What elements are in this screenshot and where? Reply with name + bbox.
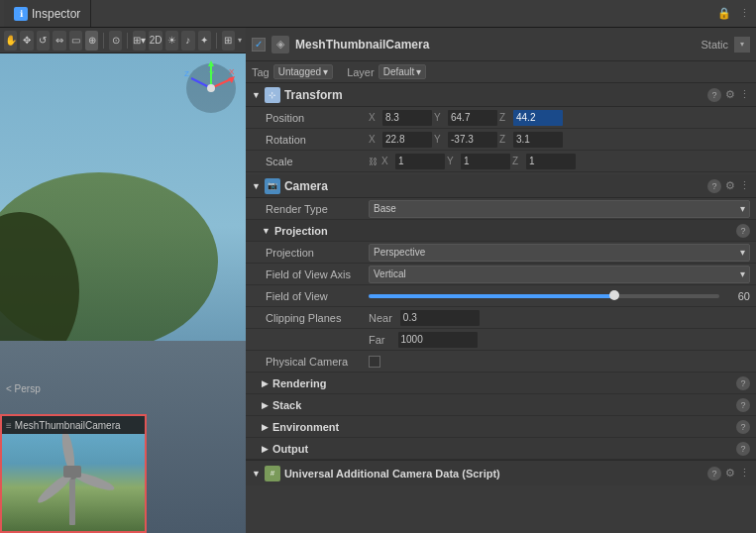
svg-text:Y: Y	[209, 69, 215, 78]
static-dropdown[interactable]: ▾	[734, 37, 750, 53]
pos-z-label: Z	[499, 112, 511, 123]
camera-preview: ≡ MeshThumbnailCamera	[0, 414, 147, 533]
scene-move-tool[interactable]: ✥	[20, 31, 33, 51]
camera-settings[interactable]: ⚙	[725, 179, 735, 193]
inspector-content: ✓ ◈ MeshThumbnailCamera Static ▾ Tag Unt…	[246, 28, 756, 533]
scene-gizmo-toggle[interactable]: ⊞	[222, 31, 235, 51]
scene-audio-toggle[interactable]: ♪	[181, 31, 194, 51]
scene-transform-tool[interactable]: ⊕	[85, 31, 98, 51]
lock-icon[interactable]: 🔒	[717, 7, 731, 20]
environment-help[interactable]: ?	[736, 420, 750, 434]
tag-chevron: ▾	[323, 66, 328, 77]
tag-dropdown[interactable]: Untagged ▾	[273, 64, 333, 79]
inspector-panel: ✓ ◈ MeshThumbnailCamera Static ▾ Tag Unt…	[246, 28, 756, 533]
scene-light-toggle[interactable]: ☀	[165, 31, 178, 51]
fov-slider-thumb[interactable]	[609, 290, 619, 300]
stack-row[interactable]: ▶ Stack ?	[246, 394, 756, 416]
scene-rotate-tool[interactable]: ↺	[37, 31, 50, 51]
scene-toolbar-separator3	[216, 33, 217, 49]
rot-x-input[interactable]	[382, 132, 432, 148]
fov-label: Field of View	[266, 290, 365, 302]
scene-scale-tool[interactable]: ⇔	[53, 31, 65, 51]
rendering-row[interactable]: ▶ Rendering ?	[246, 373, 756, 394]
universal-more[interactable]: ⋮	[739, 467, 750, 480]
scene-view: Y X Z < Persp ≡ MeshTh	[0, 53, 246, 533]
transform-settings[interactable]: ⚙	[725, 88, 735, 102]
tag-layer-row: Tag Untagged ▾ Layer Default ▾	[246, 61, 756, 83]
scene-fx-toggle[interactable]: ✦	[198, 31, 211, 51]
layer-chevron: ▾	[416, 66, 421, 77]
svg-text:X: X	[229, 67, 235, 76]
object-enabled-checkbox[interactable]: ✓	[252, 38, 266, 52]
output-row[interactable]: ▶ Output ?	[246, 438, 756, 460]
projection-value: Perspective	[374, 247, 425, 258]
inspector-tab[interactable]: ℹ Inspector	[4, 0, 91, 27]
tab-bar: ℹ Inspector 🔒 ⋮	[0, 0, 756, 28]
transform-title: Transform	[284, 88, 703, 102]
position-row: Position X Y Z	[246, 107, 756, 129]
scene-view-dropdown[interactable]: ⊞▾	[133, 31, 146, 51]
transform-header: ▼ ⊹ Transform ? ⚙ ⋮	[246, 83, 756, 107]
scene-view-dropdown-btn[interactable]: ▾	[238, 36, 242, 45]
scale-row: Scale ⛓ X Y Z	[246, 151, 756, 172]
projection-chevron: ▾	[740, 247, 745, 258]
camera-triangle[interactable]: ▼	[252, 181, 261, 191]
fov-slider-container: 60	[369, 290, 750, 302]
render-type-dropdown[interactable]: Base ▾	[369, 200, 750, 218]
position-values: X Y Z	[369, 110, 750, 126]
layer-value: Default	[383, 66, 415, 77]
universal-settings[interactable]: ⚙	[725, 467, 735, 480]
rot-y-input[interactable]	[448, 132, 497, 148]
rendering-label: Rendering	[272, 377, 732, 389]
transform-more[interactable]: ⋮	[739, 88, 750, 102]
fov-slider-track[interactable]	[369, 294, 719, 298]
camera-preview-name: MeshThumbnailCamera	[15, 420, 121, 431]
near-input[interactable]	[400, 310, 480, 326]
fov-axis-dropdown[interactable]: Vertical ▾	[369, 266, 750, 283]
pos-y-input[interactable]	[448, 110, 497, 126]
near-label: Near	[369, 312, 392, 324]
pos-x-input[interactable]	[382, 110, 432, 126]
environment-row[interactable]: ▶ Environment ?	[246, 416, 756, 438]
projection-dropdown[interactable]: Perspective ▾	[369, 244, 750, 262]
universal-triangle[interactable]: ▼	[252, 469, 261, 479]
layer-dropdown[interactable]: Default ▾	[378, 64, 427, 79]
fov-axis-value: Vertical	[374, 268, 406, 279]
scene-hand-tool[interactable]: ✋	[4, 31, 17, 51]
scene-panel: ✋ ✥ ↺ ⇔ ▭ ⊕ ⊙ ⊞▾ 2D ☀ ♪ ✦ ⊞ ▾	[0, 28, 246, 533]
scale-z-input[interactable]	[526, 154, 576, 169]
persp-label: < Persp	[6, 383, 41, 394]
clipping-near-row: Clipping Planes Near	[246, 307, 756, 329]
fov-slider-fill	[369, 294, 614, 298]
camera-header: ▼ 📷 Camera ? ⚙ ⋮	[246, 174, 756, 198]
scale-link-icon: ⛓	[369, 157, 378, 166]
tab-bar-actions: 🔒 ⋮	[717, 7, 756, 20]
more-icon[interactable]: ⋮	[739, 7, 750, 20]
projection-label: Projection	[266, 247, 365, 259]
rendering-help[interactable]: ?	[736, 376, 750, 390]
tag-label: Tag	[252, 66, 270, 78]
pos-x-label: X	[369, 112, 380, 123]
projection-triangle[interactable]: ▼	[262, 226, 270, 236]
scene-rect-tool[interactable]: ▭	[69, 31, 82, 51]
projection-help[interactable]: ?	[736, 224, 750, 238]
physical-camera-checkbox[interactable]	[369, 356, 380, 368]
scene-toolbar-separator	[103, 33, 104, 49]
pos-z-input[interactable]	[513, 110, 563, 126]
rot-z-input[interactable]	[513, 132, 563, 148]
camera-help[interactable]: ?	[707, 179, 721, 193]
scale-y-input[interactable]	[461, 154, 510, 169]
scale-x-input[interactable]	[395, 154, 445, 169]
universal-help[interactable]: ?	[707, 467, 721, 480]
output-help[interactable]: ?	[736, 442, 750, 456]
projection-row: Projection Perspective ▾	[246, 242, 756, 264]
camera-more[interactable]: ⋮	[739, 179, 750, 193]
scale-y-label: Y	[447, 156, 459, 166]
transform-help[interactable]: ?	[707, 88, 721, 102]
scene-2d-toggle[interactable]: 2D	[149, 31, 162, 51]
scene-center-tool[interactable]: ⊙	[109, 31, 122, 51]
universal-header: ▼ # Universal Additional Camera Data (Sc…	[246, 460, 756, 485]
far-input[interactable]	[398, 332, 478, 348]
stack-help[interactable]: ?	[736, 398, 750, 412]
transform-triangle[interactable]: ▼	[252, 90, 261, 100]
